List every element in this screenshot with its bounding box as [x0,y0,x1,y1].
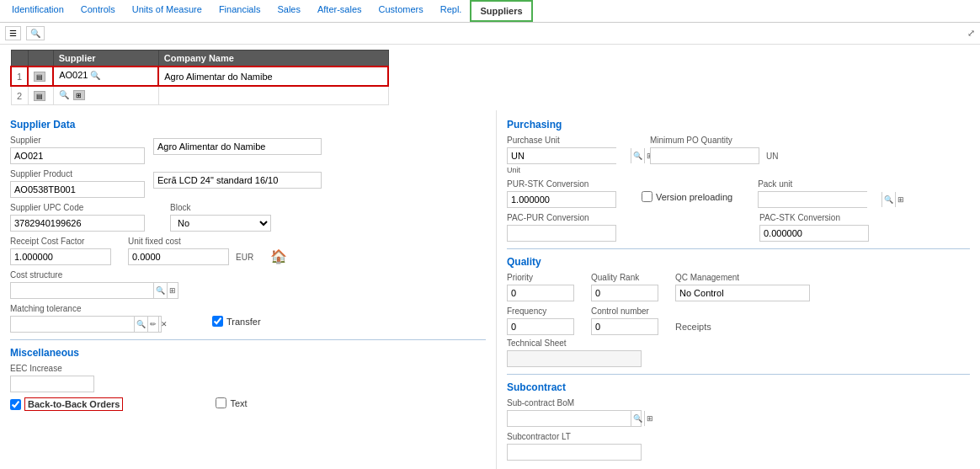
tab-sales[interactable]: Sales [269,0,309,22]
row-search-1[interactable]: 🔍 [90,71,102,83]
back-to-back-checkbox[interactable] [10,399,21,410]
col-num-header [11,51,28,67]
min-po-input[interactable] [650,147,759,164]
supplier-row: Supplier [10,136,486,164]
tab-after-sales[interactable]: After-sales [309,0,370,22]
company-name-input[interactable] [153,138,322,155]
quality-rank-group: Quality Rank [591,273,658,301]
unit-sublabel: Unit [507,166,616,174]
pur-stk-input[interactable] [507,191,616,208]
table-row[interactable]: 2 ▤ 🔍 ⊞ [11,86,388,105]
supplier-icon-1: ▤ [34,72,45,82]
block-select[interactable]: No [170,215,271,232]
purchase-unit-input[interactable] [508,148,631,163]
pac-pur-label: PAC-PUR Conversion [507,213,616,222]
matching-input[interactable] [11,317,134,332]
pac-stk-input[interactable] [759,225,869,242]
sub-bom-input[interactable] [508,411,631,426]
pac-pur-input[interactable] [507,225,616,242]
table-row[interactable]: 1 ▤ AO021 🔍 Agro Alimentar do Namibe [11,67,388,86]
tab-repl[interactable]: Repl. [432,0,471,22]
pac-pur-group: PAC-PUR Conversion [507,213,616,242]
qc-management-group: QC Management [675,273,810,301]
priority-label: Priority [507,273,574,282]
eec-input[interactable] [10,376,94,392]
qc-management-input[interactable] [675,285,810,301]
tab-suppliers[interactable]: Suppliers [470,0,532,22]
upc-input[interactable] [10,215,145,232]
cost-structure-input[interactable] [11,283,153,298]
row-search-2[interactable]: 🔍 [59,90,71,102]
frequency-input[interactable] [507,318,574,335]
pack-unit-input[interactable] [759,192,881,207]
sub-bom-search[interactable]: 🔍 [631,411,644,426]
unit-fixed-input[interactable] [128,248,229,265]
supplier-input[interactable] [10,147,145,164]
cost-row: Receipt Cost Factor Unit fixed cost EUR … [10,237,486,265]
supplier-product-input[interactable] [10,181,145,198]
version-preloading-group: Version preloading [642,179,732,202]
priority-group: Priority [507,273,574,301]
cost-add-icon[interactable]: ⊞ [167,283,178,298]
col-supplier-header: Supplier [53,51,158,67]
subcontractor-lt-row: Subcontractor LT [507,432,970,461]
purchase-unit-row: Purchase Unit 🔍 ⊞ Unit Minimum PO Quanti… [507,136,970,174]
subcontractor-lt-input[interactable] [507,444,642,461]
transfer-label: Transfer [226,317,261,327]
matching-edit-icon[interactable]: ✏ [147,317,158,332]
receipts-text: Receipts [675,322,711,332]
transfer-checkbox[interactable] [212,316,223,327]
text-checkbox[interactable] [216,397,226,408]
supplier-table: Supplier Company Name 1 ▤ AO021 🔍 Agro A… [10,50,389,105]
eec-group: EEC Increase [10,364,94,392]
matching-search-icon[interactable]: 🔍 [134,317,147,332]
matching-clear-icon[interactable]: ✕ [158,317,169,332]
product-desc-input[interactable] [153,172,322,189]
matching-input-container: 🔍 ✏ ✕ [10,316,162,333]
tab-customers[interactable]: Customers [370,0,432,22]
grid-view-button[interactable]: ☰ [5,26,21,40]
tab-controls[interactable]: Controls [72,0,124,22]
quality-rank-input[interactable] [591,285,658,301]
receipt-cost-input[interactable] [10,248,111,265]
eec-row: EEC Increase [10,364,486,392]
pac-stk-label: PAC-STK Conversion [759,213,869,222]
supplier-label: Supplier [10,136,145,145]
control-number-input[interactable] [591,318,658,335]
sub-bom-label: Sub-contract BoM [507,398,642,408]
right-panel: Purchasing Purchase Unit 🔍 ⊞ Unit Minimu… [497,110,980,469]
sub-bom-add[interactable]: ⊞ [644,411,655,426]
control-number-group: Control number [591,306,658,335]
expand-icon[interactable]: ⤢ [967,28,975,39]
priority-input[interactable] [507,285,574,301]
unit-fixed-label: Unit fixed cost [128,237,253,246]
row-icon-1: ▤ [28,67,53,86]
purchase-unit-container: 🔍 ⊞ [507,147,616,164]
pack-unit-search[interactable]: 🔍 [881,192,895,207]
pack-unit-add[interactable]: ⊞ [895,192,906,207]
product-desc-group [153,169,322,189]
currency-label: EUR [236,253,253,262]
col-icon-header [28,51,53,67]
purchase-unit-search[interactable]: 🔍 [631,148,644,163]
technical-sheet-row: Technical Sheet [507,338,970,367]
row-num-2: 2 [11,86,28,105]
tab-units-of-measure[interactable]: Units of Measure [124,0,210,22]
supplier-product-group: Supplier Product [10,169,145,198]
back-to-back-row: Back-to-Back Orders Text [10,397,486,411]
row-action-2[interactable]: ⊞ [73,90,85,100]
sub-bom-group: Sub-contract BoM 🔍 ⊞ [507,398,642,427]
pur-stk-row: PUR-STK Conversion Version preloading Pa… [507,179,970,208]
tab-financials[interactable]: Financials [210,0,269,22]
unit-fixed-group: Unit fixed cost EUR [128,237,253,265]
home-icon[interactable]: 🏠 [270,248,287,264]
row-company-2 [158,86,388,105]
technical-sheet-input[interactable] [507,350,642,367]
search-button[interactable]: 🔍 [26,26,45,40]
version-preloading-checkbox[interactable] [642,191,652,202]
cost-search-icon[interactable]: 🔍 [153,283,167,298]
block-label: Block [170,203,271,212]
supplier-table-container: Supplier Company Name 1 ▤ AO021 🔍 Agro A… [0,45,980,110]
tab-identification[interactable]: Identification [3,0,72,22]
pur-stk-label: PUR-STK Conversion [507,179,616,189]
